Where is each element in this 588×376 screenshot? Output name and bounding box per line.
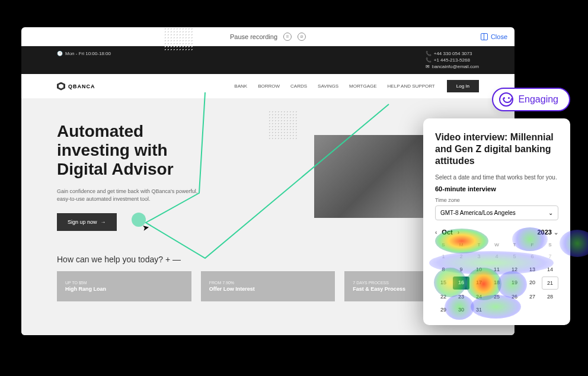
calendar-day[interactable]: 20: [524, 277, 541, 290]
logo-icon: [57, 82, 65, 91]
nav-item[interactable]: BANK: [234, 83, 247, 89]
weekday-header: M: [453, 240, 469, 249]
modal-title: Video interview: Millennial and Gen Z di…: [435, 131, 558, 167]
engaging-label: Engaging: [518, 94, 558, 105]
calendar-day[interactable]: 11: [488, 263, 505, 275]
email-text: bancainfo@email.com: [432, 64, 479, 69]
card-title: Offer Low Interest: [209, 286, 327, 292]
phone1-text: +44 330 054 3073: [434, 51, 472, 56]
calendar-day: 1: [435, 250, 452, 262]
arrow-right-icon: →: [101, 219, 106, 225]
phone2-text: +1 445-213-5268: [434, 57, 470, 63]
calendar-day: 6: [524, 250, 541, 262]
calendar-day[interactable]: 30: [453, 304, 469, 316]
hero-description: Gain confidence and get time back with Q…: [57, 188, 199, 204]
calendar-day[interactable]: 9: [453, 263, 469, 275]
calendar-day[interactable]: 19: [506, 277, 523, 290]
close-button[interactable]: Close: [481, 33, 507, 40]
cursor-icon: ➤: [142, 222, 151, 233]
login-button[interactable]: Log In: [447, 80, 479, 92]
card-eyebrow: FROM 7.90%: [209, 281, 327, 285]
stop-icon[interactable]: ⊘: [298, 33, 306, 41]
brand-text: QBANCA: [68, 83, 95, 89]
phone-icon: 📞: [426, 51, 432, 56]
calendar-day[interactable]: 23: [453, 291, 469, 303]
feature-card[interactable]: UP TO $5MHigh Rang Loan: [57, 271, 191, 301]
close-label: Close: [491, 33, 507, 40]
month-navigator: ‹ Oct ›: [435, 229, 459, 236]
next-month-button[interactable]: ›: [458, 229, 459, 236]
calendar-day[interactable]: 16: [453, 277, 469, 290]
calendar-day[interactable]: 17: [471, 277, 487, 290]
calendar-day[interactable]: 8: [435, 263, 452, 275]
nav-item[interactable]: CARDS: [290, 83, 307, 89]
nav-item[interactable]: HELP AND SUPPORT: [388, 83, 435, 89]
weekday-header: T: [506, 240, 523, 249]
calendar-day[interactable]: 22: [435, 291, 452, 303]
calendar-day[interactable]: 27: [524, 291, 541, 303]
brand-logo[interactable]: QBANCA: [57, 82, 95, 91]
chevron-down-icon: ⌄: [554, 229, 558, 236]
main-nav: QBANCA BANKBORROWCARDSSAVINGSMORTGAGEHEL…: [21, 74, 514, 98]
modal-duration: 60-minute interview: [435, 185, 558, 192]
card-eyebrow: UP TO $5M: [65, 281, 183, 285]
pause-recording-label[interactable]: Pause recording: [230, 33, 277, 40]
weekday-header: W: [488, 240, 505, 249]
calendar-day: 4: [488, 250, 505, 262]
calendar-day[interactable]: 21: [542, 277, 558, 290]
decorative-dots: [164, 46, 193, 51]
hero-title: Automated investing with Digital Advisor: [57, 122, 256, 179]
calendar-day[interactable]: 18: [488, 277, 505, 290]
month-label: Oct: [442, 229, 452, 236]
site-top-bar: 🕐Mon - Fri 10:00-18:00 📞+44 330 054 3073…: [21, 46, 514, 74]
calendar-day[interactable]: 31: [471, 304, 487, 316]
smile-icon: [499, 92, 513, 107]
weekday-header: T: [471, 240, 487, 249]
clock-icon: 🕐: [57, 51, 63, 56]
calendar-day[interactable]: 14: [542, 263, 558, 275]
calendar-day[interactable]: 26: [506, 291, 523, 303]
calendar-day[interactable]: 24: [471, 291, 487, 303]
calendar-day: 2: [453, 250, 469, 262]
calendar-day[interactable]: 13: [524, 263, 541, 275]
calendar-day[interactable]: 15: [435, 277, 452, 290]
chevron-down-icon: ⌄: [548, 210, 553, 216]
weekday-header: S: [435, 240, 452, 249]
scheduler-modal: Video interview: Millennial and Gen Z di…: [423, 118, 570, 325]
timezone-value: GMT-8 America/Los Angeles: [440, 210, 516, 216]
calendar-day[interactable]: 25: [488, 291, 505, 303]
recorder-toolbar: Pause recording II ⊘ Close: [21, 27, 514, 46]
calendar-day: 7: [542, 250, 558, 262]
calendar-day: 3: [471, 250, 487, 262]
phone-icon: 📞: [426, 57, 432, 63]
year-selector[interactable]: 2023 ⌄: [537, 229, 558, 236]
weekday-header: S: [542, 240, 558, 249]
signup-button[interactable]: Sign up now →: [57, 213, 117, 231]
calendar-day[interactable]: 28: [542, 291, 558, 303]
prev-month-button[interactable]: ‹: [435, 229, 437, 236]
calendar-day[interactable]: 12: [506, 263, 523, 275]
nav-item[interactable]: SAVINGS: [318, 83, 338, 89]
weekday-header: F: [524, 240, 541, 249]
engaging-badge: Engaging: [492, 88, 570, 111]
mail-icon: ✉: [426, 64, 430, 69]
calendar-day[interactable]: 29: [435, 304, 452, 316]
calendar-day[interactable]: 10: [471, 263, 487, 275]
nav-item[interactable]: MORTGAGE: [349, 83, 377, 89]
hours-text: Mon - Fri 10:00-18:00: [65, 51, 111, 56]
pause-icon[interactable]: II: [283, 33, 292, 41]
card-title: High Rang Loan: [65, 286, 183, 292]
timezone-select[interactable]: GMT-8 America/Los Angeles ⌄: [435, 205, 558, 220]
feature-card[interactable]: FROM 7.90%Offer Low Interest: [201, 271, 335, 301]
nav-item[interactable]: BORROW: [258, 83, 280, 89]
decorative-dots: [268, 110, 298, 140]
modal-instruction: Select a date and time that works best f…: [435, 174, 558, 181]
panel-icon: [481, 33, 488, 40]
calendar-day: 5: [506, 250, 523, 262]
timezone-label: Time zone: [435, 197, 558, 203]
